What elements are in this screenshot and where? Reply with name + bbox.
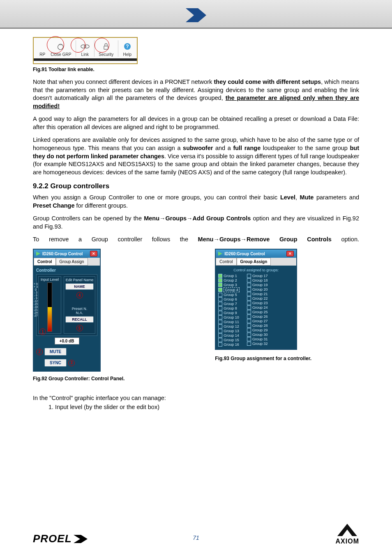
recall-button[interactable]: RECALL	[65, 316, 94, 323]
dialog-titlebar[interactable]: ID260:Group Control ✕	[34, 250, 100, 258]
checkbox-icon[interactable]	[247, 296, 251, 301]
close-icon[interactable]: ✕	[90, 251, 97, 257]
group-checkbox-item[interactable]: Group 16	[218, 342, 240, 347]
group-checkbox-item[interactable]: Group 31	[247, 337, 268, 341]
tab-group-assign[interactable]: Group Assign	[237, 258, 271, 266]
group-checkbox-item[interactable]: Group 6	[218, 297, 240, 301]
group-checkbox-item[interactable]: Group 13	[218, 329, 240, 333]
checkbox-icon[interactable]	[247, 319, 251, 323]
level-slider[interactable]	[47, 282, 52, 332]
checkbox-icon[interactable]	[218, 324, 222, 328]
checkbox-icon[interactable]	[247, 328, 251, 332]
svg-marker-0	[186, 8, 206, 22]
tab-control[interactable]: Control	[216, 258, 236, 266]
annotation-circle	[71, 38, 85, 53]
group-label: Group 31	[252, 337, 268, 341]
checkbox-icon[interactable]	[218, 342, 222, 347]
checkbox-icon[interactable]	[247, 283, 251, 287]
checkbox-icon[interactable]	[247, 287, 251, 291]
checkbox-icon[interactable]	[247, 310, 251, 314]
group-checkbox-item[interactable]: Group 21	[247, 292, 268, 296]
group-checkbox-item[interactable]: Group 27	[247, 319, 268, 323]
group-checkbox-item[interactable]: Group 30	[247, 333, 268, 337]
group-checkbox-item[interactable]: Group 9	[218, 311, 240, 315]
group-checkbox-item[interactable]: Group 18	[247, 278, 268, 282]
svg-text:?: ?	[126, 44, 129, 49]
svg-marker-6	[36, 252, 40, 256]
group-checkbox-item[interactable]: Group 20	[247, 287, 268, 291]
group-checkbox-item[interactable]: Group 19	[247, 283, 268, 287]
checkbox-icon[interactable]	[218, 320, 222, 324]
checkbox-icon[interactable]	[218, 306, 222, 310]
checkbox-icon[interactable]	[218, 293, 222, 297]
group-checkbox-item[interactable]: Group 11	[218, 320, 240, 324]
group-checkbox-item[interactable]: Group 1	[218, 274, 240, 278]
group-checkbox-item[interactable]: Group 22	[247, 296, 268, 301]
tab-group-assign[interactable]: Group Assign	[56, 258, 88, 266]
checkbox-icon[interactable]	[218, 315, 222, 319]
checkbox-icon[interactable]	[247, 342, 251, 346]
text: and a	[213, 145, 233, 151]
group-checkbox-item[interactable]: Group 25	[247, 310, 268, 314]
close-icon[interactable]: ✕	[286, 251, 294, 257]
toolbar-item-rp[interactable]: RP	[38, 52, 46, 57]
sync-button[interactable]: SYNC	[44, 359, 67, 367]
group-checkbox-item[interactable]: Group 2	[218, 278, 240, 282]
tab-control[interactable]: Control	[34, 258, 56, 266]
checkbox-icon[interactable]	[247, 274, 251, 278]
group-checkbox-item[interactable]: Group 23	[247, 301, 268, 305]
group-checkbox-item[interactable]: Group 8	[218, 306, 240, 310]
level-value-input[interactable]: +0.0 dB	[55, 338, 79, 345]
checkbox-icon[interactable]	[218, 274, 222, 278]
group-checkbox-item[interactable]: Group 29	[247, 328, 268, 332]
toolbar-label: RP	[39, 52, 45, 57]
annotation-4: 4	[76, 292, 83, 298]
group-checkbox-item[interactable]: Group 3	[218, 283, 240, 287]
group-label: Group 4	[224, 287, 240, 292]
checkbox-icon[interactable]	[247, 278, 251, 282]
checkbox-icon[interactable]	[218, 329, 222, 333]
input-level-meter[interactable]: Input Level + 6+ 30- 3- 6- 9-12-15-18-21…	[38, 276, 61, 334]
group-label: Group 1	[224, 274, 237, 278]
group-checkbox-item[interactable]: Group 17	[247, 274, 268, 278]
checkbox-icon[interactable]	[247, 305, 251, 310]
toolbar-item-help[interactable]: ? Help	[122, 42, 132, 57]
checkbox-icon[interactable]	[218, 283, 222, 287]
group-label: Group 18	[252, 278, 268, 282]
group-label: Group 27	[252, 319, 268, 323]
group-checkbox-item[interactable]: Group 5	[218, 293, 240, 297]
page-header-banner	[0, 0, 392, 29]
group-checkbox-item[interactable]: Group 7	[218, 302, 240, 306]
checkbox-icon[interactable]	[218, 333, 222, 338]
checkbox-icon[interactable]	[247, 333, 251, 337]
checkbox-icon[interactable]	[218, 297, 222, 301]
checkbox-icon[interactable]	[218, 302, 222, 306]
list-lead: In the "Control" graphic interface you c…	[33, 395, 359, 401]
annotation-1: 1	[39, 328, 46, 335]
axiom-logo: AXIOM	[336, 524, 359, 545]
group-checkbox-item[interactable]: Group 28	[247, 324, 268, 328]
checkbox-icon[interactable]	[247, 292, 251, 296]
paragraph: Note that when you connect different dev…	[33, 78, 359, 110]
checkbox-icon[interactable]	[218, 278, 222, 282]
name-button[interactable]: NAME	[65, 283, 94, 290]
checkbox-icon[interactable]	[247, 337, 251, 341]
text-bold: subwoofer	[183, 145, 213, 151]
text: loudspeaker to the same group	[261, 145, 350, 151]
checkbox-icon[interactable]	[247, 324, 251, 328]
group-checkbox-item[interactable]: Group 4	[218, 287, 240, 292]
checkbox-icon[interactable]	[218, 311, 222, 315]
group-checkbox-item[interactable]: Group 26	[247, 314, 268, 319]
group-checkbox-item[interactable]: Group 12	[218, 324, 240, 328]
group-checkbox-item[interactable]: Group 10	[218, 315, 240, 319]
group-checkbox-item[interactable]: Group 32	[247, 342, 268, 346]
dialog-titlebar[interactable]: ID260:Group Control ✕	[216, 250, 296, 258]
checkbox-icon[interactable]	[218, 288, 222, 292]
group-checkbox-item[interactable]: Group 15	[218, 338, 240, 342]
group-checkbox-item[interactable]: Group 14	[218, 333, 240, 338]
checkbox-icon[interactable]	[218, 338, 222, 342]
mute-button[interactable]: MUTE	[44, 348, 67, 356]
group-checkbox-item[interactable]: Group 24	[247, 305, 268, 310]
checkbox-icon[interactable]	[247, 301, 251, 305]
checkbox-icon[interactable]	[247, 314, 251, 319]
